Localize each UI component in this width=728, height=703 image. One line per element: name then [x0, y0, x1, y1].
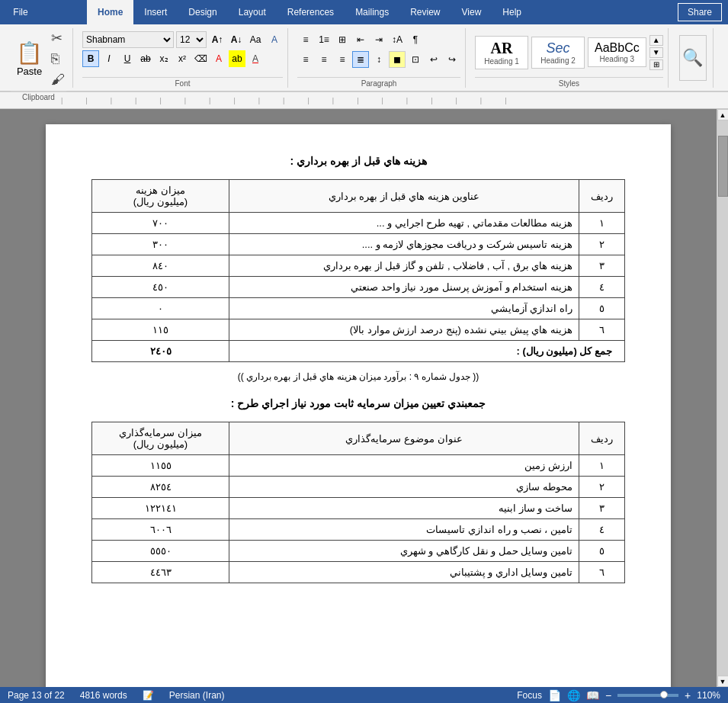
styles-scroll: ▲ ▼ ⊞	[649, 35, 663, 70]
share-button[interactable]: Share	[678, 3, 722, 21]
status-bar: Page 13 of 22 4816 words 📝 Persian (Iran…	[0, 687, 728, 703]
font-family-select[interactable]: Shabnam	[82, 31, 174, 48]
table2-cell-radif: ٣	[579, 498, 625, 519]
view-web-button[interactable]: 🌐	[567, 689, 580, 701]
tab-layout[interactable]: Layout	[228, 0, 277, 24]
scroll-thumb[interactable]	[718, 136, 728, 197]
table1-cell-radif: ٤	[579, 277, 625, 298]
rtl-button[interactable]: ↩	[425, 51, 442, 68]
align-center-button[interactable]: ≡	[316, 51, 332, 68]
increase-indent-button[interactable]: ⇥	[370, 31, 387, 48]
text-effects-button[interactable]: A	[266, 31, 283, 48]
heading1-style[interactable]: AR Heading 1	[475, 36, 528, 69]
clipboard-group: 📋 Paste ✂ ⎘ 🖌 Clipboard	[5, 28, 73, 88]
tab-insert[interactable]: Insert	[133, 0, 178, 24]
vertical-scrollbar[interactable]: ▲ ▼	[717, 109, 728, 687]
paste-icon: 📋	[16, 40, 43, 66]
scroll-up-button[interactable]: ▲	[717, 109, 729, 120]
font-size-select[interactable]: 12	[176, 31, 207, 48]
view-read-button[interactable]: 📖	[586, 689, 599, 701]
search-button[interactable]: 🔍	[679, 35, 707, 81]
cut-button[interactable]: ✂	[50, 28, 66, 48]
change-case-button[interactable]: Aa	[247, 31, 264, 48]
styles-expand[interactable]: ⊞	[649, 59, 663, 70]
document-page[interactable]: هزينه هاي قبل از بهره برداري : رديف عناو…	[46, 124, 671, 687]
italic-button[interactable]: I	[101, 50, 117, 67]
zoom-slider[interactable]	[617, 694, 678, 697]
align-right-button[interactable]: ≡	[334, 51, 351, 68]
table1-row: ٤ هزينه استخدام و آموزش پرسنل مورد نياز …	[92, 277, 625, 298]
heading3-style[interactable]: AaBbCc Heading 3	[588, 37, 646, 67]
scroll-down-button[interactable]: ▼	[717, 676, 729, 687]
focus-label[interactable]: Focus	[517, 690, 542, 701]
view-print-button[interactable]: 📄	[548, 689, 561, 701]
font-color-button[interactable]: A	[210, 50, 227, 67]
sort-button[interactable]: ↕A	[389, 31, 406, 48]
ltr-button[interactable]: ↪	[444, 51, 460, 68]
borders-button[interactable]: ⊡	[407, 51, 424, 68]
heading2-style[interactable]: Sec Heading 2	[531, 37, 585, 69]
tab-review[interactable]: Review	[399, 0, 451, 24]
tab-home[interactable]: Home	[87, 0, 133, 24]
show-formatting-button[interactable]: ¶	[407, 31, 424, 48]
table1-header-amount: ميزان هزينه(ميليون ريال)	[92, 180, 229, 213]
table1-row: ١ هزينه مطالعات مقدماتي , تهيه طرح اجراي…	[92, 213, 625, 234]
paste-button[interactable]: 📋 Paste	[11, 37, 48, 81]
heading3-label: Heading 3	[600, 55, 635, 63]
table1-cell-radif: ١	[579, 213, 625, 234]
table2-cell-title: تامين ، نصب و راه اندازي تاسيسات	[229, 519, 579, 541]
clear-formatting-button[interactable]: ⌫	[192, 50, 209, 67]
language: Persian (Iran)	[169, 690, 225, 701]
subscript-button[interactable]: x₂	[156, 50, 172, 67]
editing-button[interactable]: ✏️ Editing	[723, 37, 728, 79]
increase-font-button[interactable]: A↑	[209, 31, 226, 48]
font-label: Font	[82, 77, 283, 88]
tab-help[interactable]: Help	[492, 0, 532, 24]
zoom-in-button[interactable]: +	[685, 689, 691, 701]
decrease-font-button[interactable]: A↓	[228, 31, 245, 48]
table1-header-radif: رديف	[579, 180, 625, 213]
table1-row: ٣ هزينه هاي برق , آب , فاضلاب , تلفن و گ…	[92, 255, 625, 277]
align-left-button[interactable]: ≡	[297, 51, 314, 68]
scroll-track[interactable]	[717, 120, 728, 676]
table1-cell-amount: ٨٤٠	[92, 255, 229, 277]
bold-button[interactable]: B	[82, 50, 99, 67]
table2-header-amount: ميزان سرمايه‌گذاري(ميليون ريال)	[92, 422, 229, 455]
table1-cell-amount: ٧٠٠	[92, 213, 229, 234]
zoom-level: 110%	[697, 690, 720, 701]
tab-mailings[interactable]: Mailings	[345, 0, 399, 24]
styles-scroll-up[interactable]: ▲	[649, 35, 663, 46]
underline-button[interactable]: U	[119, 50, 136, 67]
superscript-button[interactable]: x²	[174, 50, 191, 67]
table2-cell-amount: ٦٠٠٦	[92, 519, 229, 541]
table2-cell-title: ساخت و ساز ابنيه	[229, 498, 579, 519]
highlight-color-button[interactable]: ab	[229, 50, 245, 67]
bullets-button[interactable]: ≡	[297, 31, 314, 48]
justify-button[interactable]: ≣	[352, 51, 369, 68]
copy-button[interactable]: ⎘	[50, 50, 66, 69]
proofing-icon: 📝	[143, 690, 154, 701]
shading-button[interactable]: ◼	[389, 51, 406, 68]
tab-view[interactable]: View	[451, 0, 492, 24]
table1-cell-title: هزينه مطالعات مقدماتي , تهيه طرح اجرايي …	[229, 213, 579, 234]
styles-scroll-down[interactable]: ▼	[649, 47, 663, 58]
table1-cell-title: هزينه هاي پيش بيني نشده (پنج درصد ارزش م…	[229, 319, 579, 341]
format-painter-button[interactable]: 🖌	[50, 70, 66, 89]
heading1-label: Heading 1	[484, 57, 519, 66]
decrease-indent-button[interactable]: ⇤	[352, 31, 369, 48]
file-tab[interactable]: File	[5, 2, 35, 22]
table1-header-title: عناوين هزينه هاي قبل از بهره برداري	[229, 180, 579, 213]
paste-label: Paste	[17, 66, 42, 77]
tab-design[interactable]: Design	[178, 0, 227, 24]
section1-title: هزينه هاي قبل از بهره برداري :	[91, 155, 625, 167]
zoom-out-button[interactable]: −	[605, 689, 611, 701]
numbering-button[interactable]: 1≡	[316, 31, 332, 48]
table2-row: ١ ارزش زمين ١١٥٥	[92, 455, 625, 477]
text-color-button[interactable]: A	[247, 50, 264, 67]
strikethrough-button[interactable]: ab	[137, 50, 154, 67]
multilevel-list-button[interactable]: ⊞	[334, 31, 351, 48]
table1-cell-title: هزينه هاي برق , آب , فاضلاب , تلفن و گاز…	[229, 255, 579, 277]
capital-investment-table: رديف عنوان موضوع سرمايه‌گذاري ميزان سرما…	[91, 422, 625, 583]
line-spacing-button[interactable]: ↕	[370, 51, 387, 68]
tab-references[interactable]: References	[277, 0, 345, 24]
